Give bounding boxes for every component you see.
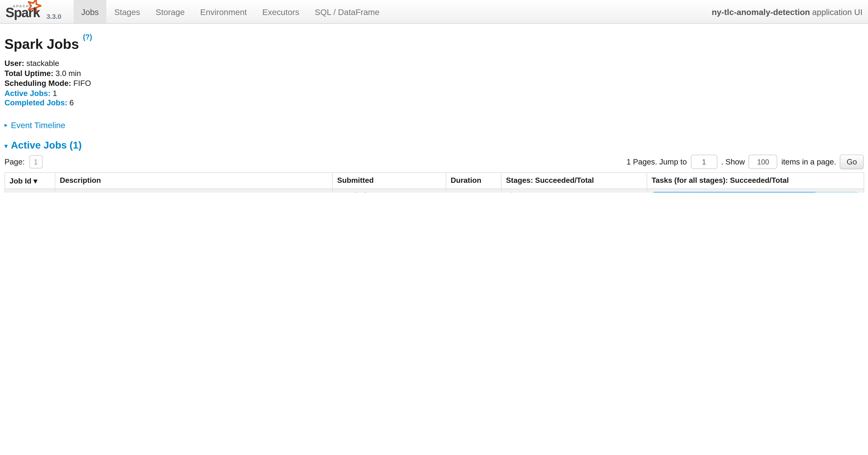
- logo-brand-text: Spark: [6, 5, 40, 21]
- items-text: items in a page.: [781, 158, 836, 166]
- submitted-cell: 2022/11/07 11:10:20: [332, 189, 446, 193]
- page-title-text: Spark Jobs: [4, 36, 79, 52]
- application-title: ny-tlc-anomaly-detection application UI: [712, 0, 868, 23]
- summary-uptime: Total Uptime: 3.0 min: [4, 69, 864, 79]
- page-size-input[interactable]: [749, 155, 777, 169]
- page-number-input[interactable]: [29, 155, 42, 169]
- spark-version: 3.3.0: [46, 13, 61, 21]
- job-id-cell: 6: [5, 189, 55, 193]
- summary-user-value: stackable: [27, 59, 59, 68]
- tasks-cell: 15/19 (4 running): [647, 189, 864, 193]
- page-label: Page:: [4, 158, 25, 166]
- stages-cell: 0/1: [501, 189, 647, 193]
- summary-completed-jobs: Completed Jobs: 6: [4, 98, 864, 108]
- tab-sql-dataframe[interactable]: SQL / DataFrame: [307, 0, 387, 23]
- col-description[interactable]: Description: [55, 173, 332, 189]
- col-duration[interactable]: Duration: [446, 173, 501, 189]
- tab-executors[interactable]: Executors: [254, 0, 307, 23]
- expand-icon: ▸: [4, 121, 7, 129]
- summary-completed-value: 6: [69, 98, 73, 107]
- job-summary-list: User: stackable Total Uptime: 3.0 min Sc…: [4, 59, 864, 108]
- duration-cell: 14 s: [446, 189, 501, 193]
- summary-uptime-label: Total Uptime:: [4, 69, 54, 78]
- tab-jobs[interactable]: Jobs: [73, 0, 106, 23]
- pages-text: 1 Pages. Jump to: [626, 158, 687, 166]
- nav-tabs: Jobs Stages Storage Environment Executor…: [73, 0, 387, 23]
- table-header-row: Job Id ▾ Description Submitted Duration …: [5, 173, 864, 189]
- event-timeline-toggle[interactable]: ▸ Event Timeline: [4, 120, 65, 130]
- application-name: ny-tlc-anomaly-detection: [712, 7, 810, 17]
- summary-scheduling-label: Scheduling Mode:: [4, 79, 71, 88]
- spark-ui-page: APACHE Spark 3.3.0 Jobs Stages Storage E…: [0, 0, 868, 193]
- spark-logo[interactable]: APACHE Spark: [4, 0, 43, 22]
- help-link[interactable]: (?): [83, 33, 92, 41]
- active-jobs-title: Active Jobs (1): [11, 140, 82, 151]
- show-text: . Show: [721, 158, 745, 166]
- summary-scheduling-mode: Scheduling Mode: FIFO: [4, 79, 864, 88]
- tab-stages[interactable]: Stages: [106, 0, 148, 23]
- active-jobs-table: Job Id ▾ Description Submitted Duration …: [4, 172, 864, 193]
- job-description: append at NativeMethodAccessorImpl.java:…: [60, 192, 328, 193]
- col-job-id[interactable]: Job Id ▾: [5, 173, 55, 189]
- tab-environment[interactable]: Environment: [192, 0, 254, 23]
- summary-user: User: stackable: [4, 59, 864, 69]
- navbar: APACHE Spark 3.3.0 Jobs Stages Storage E…: [0, 0, 868, 24]
- pagination-active-top: Page: 1 Pages. Jump to . Show items in a…: [4, 155, 864, 169]
- jump-to-input[interactable]: [691, 155, 717, 169]
- description-cell: append at NativeMethodAccessorImpl.java:…: [55, 189, 332, 193]
- page-title: Spark Jobs (?): [4, 33, 864, 52]
- event-timeline-label: Event Timeline: [11, 120, 65, 130]
- collapse-icon: ▾: [4, 142, 7, 150]
- active-job-row: 6 append at NativeMethodAccessorImpl.jav…: [5, 189, 864, 193]
- application-suffix: application UI: [812, 7, 863, 17]
- col-submitted[interactable]: Submitted: [332, 173, 446, 189]
- summary-user-label: User:: [4, 59, 24, 68]
- go-button[interactable]: Go: [840, 155, 864, 169]
- active-jobs-anchor[interactable]: Active Jobs:: [4, 88, 51, 97]
- tab-storage[interactable]: Storage: [148, 0, 192, 23]
- task-progress-bar: 15/19 (4 running): [652, 192, 859, 193]
- col-tasks[interactable]: Tasks (for all stages): Succeeded/Total: [647, 173, 864, 189]
- progress-label: 15/19 (4 running): [652, 192, 859, 193]
- summary-scheduling-value: FIFO: [73, 79, 91, 88]
- active-jobs-header[interactable]: ▾ Active Jobs (1): [4, 140, 864, 151]
- summary-active-jobs: Active Jobs: 1: [4, 88, 864, 98]
- summary-active-value: 1: [53, 88, 57, 97]
- completed-jobs-anchor[interactable]: Completed Jobs:: [4, 98, 67, 107]
- col-stages[interactable]: Stages: Succeeded/Total: [501, 173, 647, 189]
- summary-uptime-value: 3.0 min: [56, 69, 81, 78]
